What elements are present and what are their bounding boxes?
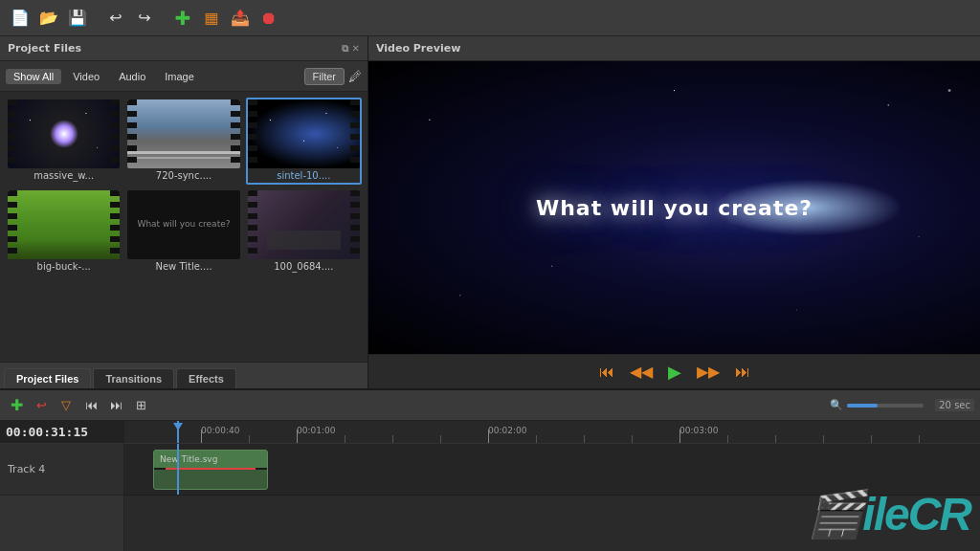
- clip-title-content: [154, 468, 267, 470]
- tab-effects[interactable]: Effects: [176, 368, 236, 388]
- new-file-icon[interactable]: 📄: [8, 6, 33, 31]
- filter-showall-btn[interactable]: Show All: [6, 69, 61, 84]
- snap-button[interactable]: ⊞: [130, 395, 151, 416]
- zoom-label: 20 sec: [935, 399, 974, 411]
- filter-tl-button[interactable]: ▽: [56, 395, 77, 416]
- resize-icon[interactable]: ⧉: [342, 43, 348, 55]
- preview-title: Video Preview: [376, 42, 460, 55]
- media-label-massive: massive_w...: [8, 168, 120, 183]
- media-label-100: 100_0684....: [248, 259, 360, 274]
- timeline-ruler: 00:00:40 00:01:00 00:02:00 00:03:00: [124, 421, 980, 444]
- export-icon[interactable]: 📤: [228, 6, 253, 31]
- zoom-out-icon: 🔍: [830, 399, 843, 411]
- media-item-100[interactable]: 100_0684....: [246, 188, 362, 276]
- timecode-display: 00:00:31:15: [0, 421, 123, 444]
- left-panel: Project Files ⧉ ✕ Show All Video Audio I…: [0, 36, 368, 388]
- media-item-sintel[interactable]: sintel-10....: [246, 98, 362, 185]
- add-icon[interactable]: ✚: [170, 6, 195, 31]
- rewind-button[interactable]: ◀◀: [626, 361, 657, 383]
- video-preview: What will you create?: [368, 61, 980, 354]
- media-item-720sync[interactable]: 720-sync....: [125, 98, 241, 185]
- watermark: 🎬ileCR: [807, 488, 970, 541]
- redo-icon[interactable]: ↪: [132, 6, 157, 31]
- clip-newtitle[interactable]: New Title.svg: [153, 450, 268, 490]
- media-label-sintel: sintel-10....: [248, 168, 360, 183]
- jump-end-button[interactable]: ⏭: [731, 362, 754, 383]
- filter-video-btn[interactable]: Video: [65, 69, 107, 84]
- filter-clear-btn[interactable]: 🖉: [348, 69, 362, 84]
- open-file-icon[interactable]: 📂: [36, 6, 61, 31]
- zoom-slider-area: 🔍: [830, 399, 924, 411]
- jump-start-button[interactable]: ⏮: [595, 362, 618, 383]
- right-panel: Video Preview What will you create? ⏮ ◀◀…: [368, 36, 980, 388]
- media-grid: massive_w... 720-sync.... sintel-10....: [0, 92, 368, 362]
- media-label-newtitle: New Title....: [127, 259, 239, 274]
- undo-icon[interactable]: ↩: [103, 6, 128, 31]
- save-file-icon[interactable]: 💾: [65, 6, 90, 31]
- project-files-header: Project Files ⧉ ✕: [0, 36, 368, 61]
- tab-project-files[interactable]: Project Files: [4, 368, 91, 388]
- effects-icon[interactable]: ▦: [199, 6, 224, 31]
- add-track-button[interactable]: ✚: [6, 395, 27, 416]
- preview-header: Video Preview: [368, 36, 980, 61]
- filter-bar: Show All Video Audio Image Filter 🖉: [0, 61, 368, 92]
- filter-audio-btn[interactable]: Audio: [111, 69, 153, 84]
- fast-forward-button[interactable]: ▶▶: [693, 361, 724, 383]
- zoom-slider-fill: [847, 404, 878, 408]
- tab-transitions[interactable]: Transitions: [93, 368, 174, 388]
- media-label-720sync: 720-sync....: [127, 168, 239, 183]
- jump-start-tl-button[interactable]: ⏮: [80, 395, 101, 416]
- playhead: [177, 444, 179, 495]
- clip-title-label: New Title.svg: [154, 451, 267, 468]
- filter-image-btn[interactable]: Image: [157, 69, 202, 84]
- undo-tl-button[interactable]: ↩: [31, 395, 52, 416]
- record-icon[interactable]: ⏺: [256, 6, 281, 31]
- filter-text-btn[interactable]: Filter: [304, 68, 345, 85]
- main-area: Project Files ⧉ ✕ Show All Video Audio I…: [0, 36, 980, 388]
- preview-text: What will you create?: [536, 196, 813, 220]
- media-label-bigbuck: big-buck-...: [8, 259, 120, 274]
- playback-controls: ⏮ ◀◀ ▶ ▶▶ ⏭: [368, 354, 980, 388]
- tabs-row: Project Files Transitions Effects: [0, 362, 368, 388]
- jump-end-tl-button[interactable]: ⏭: [105, 395, 126, 416]
- track-label-4: Track 4: [0, 444, 123, 496]
- timeline-toolbar: ✚ ↩ ▽ ⏮ ⏭ ⊞ 🔍 20 sec: [0, 390, 980, 421]
- play-button[interactable]: ▶: [664, 360, 685, 385]
- track-labels: 00:00:31:15 Track 4: [0, 421, 124, 551]
- media-item-bigbuck[interactable]: big-buck-...: [6, 188, 122, 276]
- media-item-massive[interactable]: massive_w...: [6, 98, 122, 185]
- zoom-slider-track[interactable]: [847, 404, 924, 408]
- main-toolbar: 📄 📂 💾 ↩ ↪ ✚ ▦ 📤 ⏺: [0, 0, 980, 36]
- project-files-title: Project Files: [8, 42, 81, 55]
- close-icon[interactable]: ✕: [352, 43, 360, 55]
- media-item-newtitle[interactable]: What will you create? New Title....: [125, 188, 241, 276]
